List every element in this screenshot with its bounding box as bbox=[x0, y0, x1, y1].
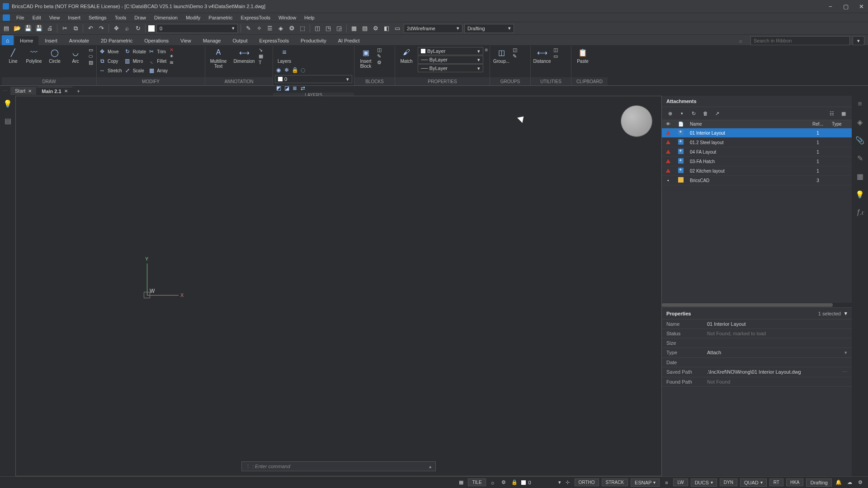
array-button[interactable]: ▦Array bbox=[148, 66, 168, 75]
block-attr-icon[interactable]: ⚙ bbox=[377, 60, 382, 66]
tab-productivity[interactable]: Productivity bbox=[295, 36, 332, 45]
col-type[interactable]: Type bbox=[829, 120, 852, 128]
print-icon[interactable]: 🖨 bbox=[45, 24, 54, 33]
distance-button[interactable]: ⟷Distance bbox=[533, 47, 552, 64]
ribbon-search-input[interactable] bbox=[750, 36, 850, 45]
strack-toggle[interactable]: STRACK bbox=[602, 479, 628, 486]
undo-icon[interactable]: ↶ bbox=[86, 24, 95, 33]
doc-tab-start[interactable]: Start✕ bbox=[10, 87, 36, 95]
ortho-toggle[interactable]: ORTHO bbox=[575, 479, 599, 486]
table-icon[interactable]: ▦ bbox=[259, 53, 263, 59]
paste-button[interactable]: 📋Paste bbox=[573, 47, 592, 64]
layer-iso-icon[interactable]: ◩ bbox=[275, 84, 282, 92]
menu-settings[interactable]: Settings bbox=[85, 14, 110, 21]
layer-match-icon[interactable]: ⇄ bbox=[299, 84, 307, 92]
selection-count[interactable]: 1 selected bbox=[818, 311, 841, 316]
list-view-icon[interactable]: ▦ bbox=[840, 110, 847, 117]
tab-expresstools[interactable]: ExpressTools bbox=[254, 36, 294, 45]
view-icon[interactable]: ▨ bbox=[360, 24, 369, 33]
chevron-down-icon[interactable]: ▾ bbox=[678, 110, 685, 117]
text-icon[interactable]: T bbox=[259, 60, 263, 65]
tab-aipredict[interactable]: AI Predict bbox=[333, 36, 365, 45]
maximize-button[interactable]: ▢ bbox=[842, 3, 850, 10]
open-external-icon[interactable]: ↗ bbox=[713, 110, 721, 117]
view-icon[interactable]: ◳ bbox=[324, 24, 333, 33]
erase-icon[interactable]: ✕ bbox=[170, 47, 174, 53]
scale-button[interactable]: ⤢Scale bbox=[124, 66, 146, 75]
match-button[interactable]: 🖌Match bbox=[397, 47, 416, 64]
arc-button[interactable]: ◡Arc bbox=[66, 47, 85, 64]
layer-off-icon[interactable]: ◌ bbox=[299, 66, 307, 74]
tips-panel-icon[interactable]: 💡 bbox=[854, 189, 865, 200]
menu-parametric[interactable]: Parametric bbox=[205, 14, 236, 21]
gear-icon[interactable]: ⚙ bbox=[500, 479, 508, 487]
zoom-icon[interactable]: ⌕ bbox=[123, 24, 132, 33]
trim-button[interactable]: ✂Trim bbox=[148, 47, 168, 56]
attach-add-icon[interactable]: ⊕ bbox=[666, 110, 674, 117]
esnap-toggle[interactable]: ESNAP ▾ bbox=[631, 479, 660, 487]
cut-icon[interactable]: ✂ bbox=[60, 24, 69, 33]
tool-icon[interactable]: ✎ bbox=[244, 24, 253, 33]
styles-panel-icon[interactable]: ✎ bbox=[854, 153, 865, 164]
tab-home[interactable]: Home bbox=[14, 36, 38, 45]
tool-icon[interactable]: ✧ bbox=[255, 24, 264, 33]
view-icon[interactable]: ▭ bbox=[393, 24, 402, 33]
insert-block-button[interactable]: ▣Insert Block bbox=[356, 47, 375, 69]
circle-button[interactable]: ◯Circle bbox=[45, 47, 64, 64]
layer-freeze-icon[interactable]: ❄ bbox=[283, 66, 290, 74]
pan-icon[interactable]: ✥ bbox=[112, 24, 121, 33]
menu-help[interactable]: Help bbox=[301, 14, 318, 21]
layer-lock-icon[interactable]: 🔒 bbox=[291, 66, 298, 74]
settings-icon[interactable]: ⚙ bbox=[856, 479, 864, 487]
tool-icon[interactable]: ❂ bbox=[287, 24, 296, 33]
chevron-down-icon[interactable]: ▾ bbox=[844, 350, 847, 356]
menu-file[interactable]: File bbox=[13, 14, 28, 21]
view-icon[interactable]: ▦ bbox=[349, 24, 359, 33]
col-name[interactable]: Name bbox=[687, 120, 807, 128]
ungroup-icon[interactable]: ◫ bbox=[513, 47, 517, 53]
lw-icon[interactable]: ≡ bbox=[662, 479, 670, 487]
saveas-icon[interactable]: 💾 bbox=[34, 24, 43, 33]
copy-button[interactable]: ⧉Copy bbox=[99, 56, 122, 66]
tab-view[interactable]: View bbox=[175, 36, 197, 45]
browse-button[interactable]: ⋯ bbox=[842, 369, 847, 375]
command-line-input[interactable]: ⋮ : Enter command ▴ bbox=[241, 461, 436, 471]
tab-output[interactable]: Output bbox=[227, 36, 253, 45]
tile-toggle[interactable]: TILE bbox=[468, 479, 486, 486]
rect-icon[interactable]: ▭ bbox=[89, 47, 93, 53]
tab-manage[interactable]: Manage bbox=[198, 36, 226, 45]
prop-value[interactable]: 01 Interior Layout bbox=[707, 321, 847, 327]
grid-icon[interactable]: ▦ bbox=[457, 479, 465, 487]
leader-icon[interactable]: ↘ bbox=[259, 47, 263, 53]
line-button[interactable]: ╱Line bbox=[4, 47, 23, 64]
block-create-icon[interactable]: ◫ bbox=[377, 47, 382, 53]
lineweight-combo[interactable]: ── ByLayer▾ bbox=[418, 64, 483, 72]
chevron-down-icon[interactable]: ▾ bbox=[844, 310, 847, 316]
chevron-down-icon[interactable]: ▾ bbox=[558, 479, 561, 485]
attachment-row[interactable]: 03-FA Hatch 1 bbox=[662, 157, 852, 166]
copy-icon[interactable]: ⧉ bbox=[71, 24, 80, 33]
chevron-up-icon[interactable]: ▴ bbox=[429, 464, 432, 469]
group-edit-icon[interactable]: ✎ bbox=[513, 53, 517, 59]
layers-panel-icon[interactable]: ◈ bbox=[854, 117, 865, 127]
view-icon[interactable]: ⚙ bbox=[371, 24, 380, 33]
menu-dimension[interactable]: Dimension bbox=[151, 14, 181, 21]
delete-icon[interactable]: 🗑 bbox=[702, 110, 709, 117]
app-home-button[interactable]: ⌂ bbox=[2, 35, 14, 45]
menu-expresstools[interactable]: ExpressTools bbox=[237, 14, 274, 21]
attachment-row[interactable]: 01 Interior Layout 1 bbox=[662, 128, 852, 138]
status-color[interactable] bbox=[521, 480, 526, 485]
redo-icon[interactable]: ↷ bbox=[97, 24, 106, 33]
prop-value[interactable]: Attach bbox=[707, 350, 844, 356]
stretch-button[interactable]: ↔Stretch bbox=[99, 66, 122, 75]
layer-combo[interactable]: 0▾ bbox=[275, 75, 352, 83]
attachments-panel-icon[interactable]: 📎 bbox=[854, 135, 865, 145]
ducs-toggle[interactable]: DUCS ▾ bbox=[691, 479, 717, 487]
tab-annotate[interactable]: Annotate bbox=[64, 36, 94, 45]
view-icon[interactable]: ◧ bbox=[382, 24, 391, 33]
rotate-button[interactable]: ↻Rotate bbox=[124, 47, 146, 56]
linetype-combo[interactable]: ── ByLayer▾ bbox=[418, 56, 483, 64]
menu-insert[interactable]: Insert bbox=[64, 14, 84, 21]
save-icon[interactable]: 💾 bbox=[24, 24, 33, 33]
hka-toggle[interactable]: HKA bbox=[786, 479, 804, 486]
